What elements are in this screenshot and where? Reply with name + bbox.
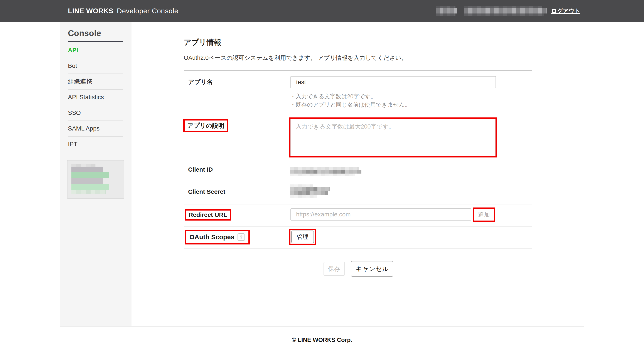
cancel-button[interactable]: キャンセル — [351, 261, 393, 277]
brand-bold: LINE WORKS — [68, 7, 113, 15]
row-divider — [184, 160, 532, 160]
sidebar-item-bot[interactable]: Bot — [68, 58, 123, 74]
app-name-hint-1: ・入力できる文字数は20字です。 — [290, 92, 376, 100]
app-desc-label-highlight: アプリの説明 — [183, 119, 228, 132]
app-desc-highlight — [289, 117, 497, 157]
add-redirect-button[interactable]: 追加 — [478, 211, 490, 219]
oauth-scopes-label: OAuth Scopes — [190, 233, 234, 241]
redirect-url-input[interactable] — [290, 208, 471, 221]
app-desc-textarea[interactable] — [290, 119, 496, 156]
row-divider — [184, 226, 532, 227]
top-header-bar: LINE WORKS Developer Console ログアウト — [0, 0, 644, 22]
sidebar-item-sso[interactable]: SSO — [68, 105, 123, 121]
sidebar-item-saml-apps[interactable]: SAML Apps — [68, 121, 123, 137]
section-divider — [184, 70, 532, 71]
logout-link[interactable]: ログアウト — [551, 0, 580, 22]
page-title: アプリ情報 — [184, 37, 221, 47]
app-name-input[interactable] — [290, 76, 496, 88]
row-divider — [184, 204, 532, 204]
content-wrapper: Console API Bot 組織連携 API Statistics SSO … — [60, 22, 584, 327]
sidebar-item-org-link[interactable]: 組織連携 — [68, 74, 123, 90]
copyright-text: © LINE WORKS Corp. — [292, 337, 352, 344]
sidebar-item-ipt[interactable]: IPT — [68, 137, 123, 152]
manage-scopes-highlight: 管理 — [289, 229, 316, 245]
redacted-client-secret-value — [290, 184, 330, 198]
app-logo: LINE WORKS Developer Console — [68, 0, 178, 22]
row-divider — [184, 115, 532, 115]
redirect-url-label: Redirect URL — [188, 211, 227, 218]
sidebar-item-api[interactable]: API — [68, 43, 123, 58]
sidebar-menu: API Bot 組織連携 API Statistics SSO SAML App… — [68, 43, 123, 152]
page-description: OAuth2.0ベースの認可システムを利用できます。 アプリ情報を入力してくださ… — [184, 54, 407, 62]
redirect-url-label-highlight: Redirect URL — [184, 209, 231, 221]
sidebar-title: Console — [68, 29, 101, 38]
sidebar: Console API Bot 組織連携 API Statistics SSO … — [60, 22, 132, 326]
app-desc-label: アプリの説明 — [187, 122, 224, 130]
oauth-scopes-label-highlight: OAuth Scopes ? — [184, 230, 250, 245]
app-name-label: アプリ名 — [188, 78, 213, 86]
add-redirect-highlight: 追加 — [473, 208, 495, 222]
row-divider — [184, 248, 532, 249]
redacted-client-id-value — [290, 167, 362, 176]
brand-regular: Developer Console — [117, 7, 178, 15]
redacted-tenant-box — [67, 160, 124, 199]
footer: © LINE WORKS Corp. — [0, 326, 644, 344]
redacted-tenant-info — [72, 164, 109, 194]
lineworks-developer-console: LINE WORKS Developer Console ログアウト Conso… — [0, 0, 644, 358]
app-name-hint-2: ・既存のアプリと同じ名前は使用できません。 — [290, 100, 410, 109]
save-button[interactable]: 保存 — [324, 262, 345, 276]
manage-scopes-button[interactable]: 管理 — [291, 231, 314, 243]
sidebar-item-api-statistics[interactable]: API Statistics — [68, 90, 123, 105]
sidebar-title-underline — [68, 41, 123, 42]
client-id-label: Client ID — [188, 166, 213, 173]
redacted-user-id — [436, 6, 457, 16]
row-divider — [184, 182, 532, 182]
help-icon[interactable]: ? — [238, 233, 245, 241]
app-info-panel: アプリ情報 OAuth2.0ベースの認可システムを利用できます。 アプリ情報を入… — [132, 22, 584, 326]
redacted-user-name — [464, 6, 547, 16]
client-secret-label: Client Secret — [188, 188, 225, 195]
